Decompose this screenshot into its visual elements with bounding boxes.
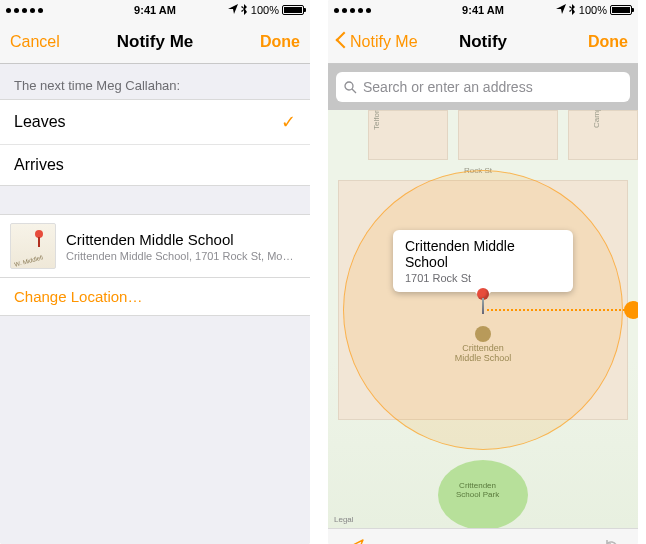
location-arrow-icon — [228, 4, 238, 16]
bottom-toolbar — [328, 528, 638, 544]
map-building — [458, 110, 558, 160]
section-header: The next time Meg Callahan: — [0, 64, 310, 99]
option-label: Leaves — [14, 113, 66, 131]
chevron-left-icon — [338, 34, 348, 50]
map-callout[interactable]: Crittenden Middle School 1701 Rock St — [393, 230, 573, 292]
content-area: The next time Meg Callahan: Leaves ✓ Arr… — [0, 64, 310, 544]
signal-strength-icon — [6, 8, 44, 13]
status-right: 100% — [556, 4, 632, 17]
trigger-options-list: Leaves ✓ Arrives — [0, 99, 310, 186]
signal-strength-icon — [334, 8, 372, 13]
screen-notify-me: 9:41 AM 100% Cancel Notify Me Done The n… — [0, 0, 310, 544]
map-building — [568, 110, 638, 160]
cancel-button[interactable]: Cancel — [10, 33, 60, 51]
geofence-radius-handle[interactable] — [624, 301, 638, 319]
park-label: Crittenden School Park — [456, 482, 499, 500]
status-bar: 9:41 AM 100% — [328, 0, 638, 20]
location-info: Crittenden Middle School Crittenden Midd… — [66, 231, 296, 262]
status-right: 100% — [228, 4, 304, 17]
location-map-thumbnail: W. Middlefi — [10, 223, 56, 269]
school-poi-icon — [475, 326, 491, 342]
map[interactable]: Telford Ave Camp Ave Rock St Crittenden … — [328, 110, 638, 528]
battery-pct: 100% — [251, 4, 279, 16]
bluetooth-icon — [569, 4, 576, 17]
svg-point-0 — [345, 82, 353, 90]
callout-title: Crittenden Middle School — [405, 238, 561, 270]
search-placeholder: Search or enter an address — [363, 79, 533, 95]
svg-line-1 — [352, 89, 356, 93]
back-button[interactable]: Notify Me — [338, 33, 418, 51]
school-poi-label: Crittenden Middle School — [455, 344, 512, 364]
location-title: Crittenden Middle School — [66, 231, 296, 248]
back-label: Notify Me — [350, 33, 418, 51]
nav-bar: Cancel Notify Me Done — [0, 20, 310, 64]
nav-title: Notify Me — [117, 32, 194, 52]
done-button[interactable]: Done — [260, 33, 300, 51]
status-time: 9:41 AM — [462, 4, 504, 16]
battery-icon — [282, 5, 304, 15]
bluetooth-icon — [241, 4, 248, 17]
location-card[interactable]: W. Middlefi Crittenden Middle School Cri… — [0, 214, 310, 278]
status-time: 9:41 AM — [134, 4, 176, 16]
screen-notify-map: 9:41 AM 100% Notify Me Notify Done Searc… — [328, 0, 638, 544]
search-icon — [344, 81, 357, 94]
option-label: Arrives — [14, 156, 64, 174]
map-pin-icon — [477, 288, 489, 300]
done-button[interactable]: Done — [588, 33, 628, 51]
geofence-radius-line — [487, 309, 633, 311]
refresh-button[interactable] — [602, 539, 620, 545]
road-label-camp: Camp Ave — [592, 110, 601, 128]
nav-bar: Notify Me Notify Done — [328, 20, 638, 64]
location-subtitle: Crittenden Middle School, 1701 Rock St, … — [66, 250, 296, 262]
location-arrow-icon — [556, 4, 566, 16]
callout-subtitle: 1701 Rock St — [405, 272, 561, 284]
battery-pct: 100% — [579, 4, 607, 16]
checkmark-icon: ✓ — [281, 111, 296, 133]
road-label-telford: Telford Ave — [372, 110, 381, 130]
nav-title: Notify — [459, 32, 507, 52]
thumb-road-label: W. Middlefi — [14, 254, 44, 267]
change-location-button[interactable]: Change Location… — [0, 278, 310, 316]
legal-link[interactable]: Legal — [334, 515, 354, 524]
search-input[interactable]: Search or enter an address — [336, 72, 630, 102]
current-location-button[interactable] — [346, 539, 364, 545]
status-bar: 9:41 AM 100% — [0, 0, 310, 20]
search-bar-container: Search or enter an address — [328, 64, 638, 110]
option-leaves[interactable]: Leaves ✓ — [0, 100, 310, 145]
battery-icon — [610, 5, 632, 15]
pin-icon — [35, 230, 43, 238]
option-arrives[interactable]: Arrives — [0, 145, 310, 185]
